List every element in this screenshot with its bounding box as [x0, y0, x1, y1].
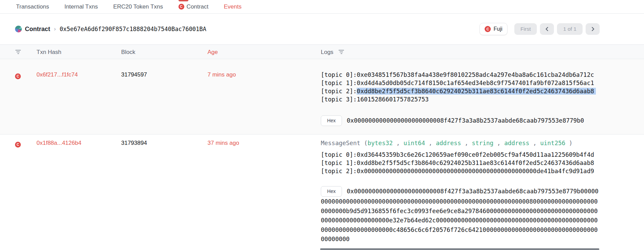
chevron-right-icon [591, 26, 595, 32]
hex-data: 0x0000000000000000000000008f427f3a3a8b25… [347, 117, 584, 124]
contract-header-bar: Contract › 0x5e67eA6d6f290F857c1888204b7… [0, 14, 644, 45]
topic-value: 0xd4d4a5d0db05dc714f8150c1af654ed34eb8c9… [357, 80, 594, 86]
hex-section: Hex0x0000000000000000000000008f427f3a3a8… [321, 115, 599, 126]
topic-line: [topic 2]:0x0000000000000000000000000000… [321, 167, 599, 175]
network-badge[interactable]: C Fuji [480, 23, 507, 35]
tab-internal-txns[interactable]: Internal Txns [65, 3, 98, 10]
chevron-right-separator-icon: › [53, 26, 57, 32]
topic-value: 0xdd8be2f5f5d5cf3b8640c62924025b311ae83c… [357, 159, 594, 166]
hex-horizontal-scrollbar-thumb[interactable] [320, 248, 599, 250]
header-block: Block [121, 49, 135, 56]
breadcrumb: Contract › 0x5e67eA6d6f290F857c1888204b7… [15, 26, 206, 33]
topic-value: 0x00000000000000000000000000000000000000… [357, 168, 594, 175]
tab-label: ERC20 Token Txns [113, 3, 163, 10]
contract-log-icon: C [15, 140, 21, 148]
header-age[interactable]: Age [207, 49, 218, 56]
tab-label: Contract [187, 3, 209, 10]
param-separator: , [425, 140, 436, 147]
param-separator: , [493, 140, 504, 147]
table-header: Txn Hash Block Age Logs [0, 45, 644, 59]
event-param-type: uint64 [403, 140, 425, 147]
topic-label: [topic 0]: [321, 151, 357, 158]
logs-cell: [topic 0]:0xe034851f567b38fa4a438e9f8010… [321, 71, 599, 126]
hex-section: Hex0x0000000000000000000000008f427f3a3a8… [321, 186, 599, 244]
topic-value: 0xe034851f567b38fa4a438e9f80102258adc4a2… [357, 71, 594, 78]
topics-list: [topic 0]:0xd36445359b3c6e26c120659aef09… [321, 151, 599, 175]
tab-events[interactable]: Events [224, 3, 242, 10]
contract-tab-icon: C [178, 4, 184, 10]
table-row: C0x1f88a...4126b43179389437 mins agoMess… [0, 134, 644, 250]
filter-icon[interactable] [15, 50, 21, 54]
hex-data: 0x0000000000000000000000008f427f3a3a8b25… [321, 188, 599, 242]
txn-hash-link[interactable]: 0x6f217...f1fc74 [37, 71, 78, 78]
open-paren: ( [364, 140, 368, 147]
contract-log-icon: C [15, 72, 21, 80]
events-page: TransactionsInternal TxnsERC20 Token Txn… [0, 0, 644, 250]
txn-hash-cell: 0x6f217...f1fc74 [37, 71, 78, 79]
age-text: 37 mins ago [207, 139, 239, 147]
param-separator: , [461, 140, 472, 147]
topic-line: [topic 1]:0xdd8be2f5f5d5cf3b8640c6292402… [321, 159, 599, 167]
topic-line: [topic 2]:0xdd8be2f5f5d5cf3b8640c6292402… [321, 87, 599, 95]
event-param-type: string [472, 140, 493, 147]
header-txn-hash: Txn Hash [37, 49, 61, 56]
tabs-bar: TransactionsInternal TxnsERC20 Token Txn… [0, 0, 644, 14]
param-separator: , [393, 140, 404, 147]
block-number: 31793894 [121, 139, 147, 147]
event-param-type: address [436, 140, 461, 147]
param-separator: , [529, 140, 540, 147]
topic-label: [topic 2]: [321, 88, 357, 95]
param-separator: ) [566, 140, 573, 147]
topic-label: [topic 0]: [321, 71, 357, 78]
age-text: 7 mins ago [207, 71, 236, 79]
prev-page-button[interactable] [540, 23, 554, 35]
next-page-button[interactable] [586, 23, 600, 35]
tab-label: Internal Txns [65, 3, 98, 10]
table-row: C0x6f217...f1fc74317945977 mins ago[topi… [0, 59, 644, 134]
logs-filter-icon[interactable] [338, 50, 344, 54]
topics-list: [topic 0]:0xe034851f567b38fa4a438e9f8010… [321, 71, 599, 103]
topic-value-highlighted: 0xdd8be2f5f5d5cf3b8640c62924025b311ae83c… [357, 88, 596, 95]
contract-address: 0x5e67eA6d6f290F857c1888204b7540Bac76001… [60, 26, 206, 32]
topic-line: [topic 0]:0xe034851f567b38fa4a438e9f8010… [321, 71, 599, 79]
topic-line: [topic 1]:0xd4d4a5d0db05dc714f8150c1af65… [321, 79, 599, 87]
contract-badge-icon: C [15, 142, 21, 148]
tab-label: Events [224, 3, 242, 10]
events-table-body: C0x6f217...f1fc74317945977 mins ago[topi… [0, 59, 644, 250]
topic-label: [topic 3]: [321, 96, 357, 103]
event-name: MessageSent [321, 140, 364, 147]
tab-transactions[interactable]: Transactions [16, 3, 49, 10]
event-signature: MessageSent (bytes32 , uint64 , address … [321, 139, 599, 147]
tab-contract[interactable]: CContract [178, 3, 209, 10]
pager-controls: C Fuji First 1 of 1 [480, 23, 600, 35]
hex-toggle-button[interactable]: Hex [321, 186, 342, 197]
first-page-button[interactable]: First [514, 23, 537, 35]
tab-label: Transactions [16, 3, 49, 10]
header-logs: Logs [321, 49, 333, 56]
topic-value: 0xd36445359b3c6e26c120659aef090ce0f2eb00… [357, 151, 594, 158]
breadcrumb-section: Contract [25, 26, 50, 33]
contract-badge-icon: C [485, 26, 491, 32]
block-number: 31794597 [121, 71, 147, 79]
txn-hash-cell: 0x1f88a...4126b4 [37, 139, 81, 147]
txn-hash-link[interactable]: 0x1f88a...4126b4 [37, 140, 81, 146]
topic-label: [topic 1]: [321, 80, 357, 86]
topic-label: [topic 2]: [321, 168, 357, 175]
topic-label: [topic 1]: [321, 159, 357, 166]
event-param-type: uint256 [540, 140, 566, 147]
page-indicator: 1 of 1 [557, 23, 583, 35]
event-param-type: bytes32 [368, 140, 393, 147]
tab-erc20-token-txns[interactable]: ERC20 Token Txns [113, 3, 163, 10]
contract-badge-icon: C [15, 73, 21, 79]
event-param-type: address [504, 140, 529, 147]
logs-cell: MessageSent (bytes32 , uint64 , address … [321, 139, 599, 244]
clipped-red-circle-fragment [178, 0, 188, 1]
network-badge-label: Fuji [493, 26, 502, 32]
chevron-left-icon [545, 26, 549, 32]
contract-identicon [15, 26, 22, 32]
topic-line: [topic 0]:0xd36445359b3c6e26c120659aef09… [321, 151, 599, 159]
hex-toggle-button[interactable]: Hex [321, 115, 342, 126]
topic-value: 16015286601757825753 [357, 96, 429, 103]
topic-line: [topic 3]:16015286601757825753 [321, 95, 599, 103]
